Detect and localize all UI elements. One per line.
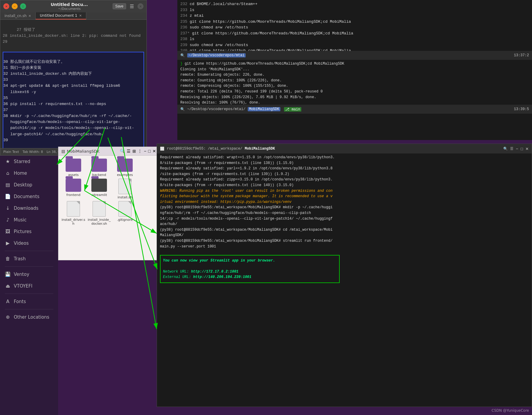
sidebar-label-fonts: Fonts bbox=[14, 299, 26, 304]
gedit-save-button[interactable]: Save bbox=[113, 3, 126, 9]
terminal2b-branch: ⎇ main bbox=[284, 107, 301, 112]
file-item-install-driver[interactable]: install_driver.sh bbox=[61, 201, 85, 226]
gedit-title-center: Untitled Docu... ~/Documents bbox=[28, 2, 110, 11]
other-locations-icon: ⊕ bbox=[5, 314, 11, 320]
gedit-tab-install-close[interactable]: ✕ bbox=[28, 14, 31, 18]
sidebar-item-vtoyefi[interactable]: ⏏ VTOYEFI bbox=[0, 280, 58, 292]
t3-line-mkdir4: ace/hub/ bbox=[160, 221, 529, 227]
terminal1-line-237: 237* git clone https://github.com/MooreT… bbox=[180, 31, 529, 37]
sidebar-item-trash[interactable]: 🗑 Trash bbox=[0, 253, 58, 264]
sidebar-item-home[interactable]: ⌂ Home bbox=[0, 167, 58, 179]
sidebar-separator-1 bbox=[5, 251, 53, 251]
sidebar-separator-2 bbox=[5, 266, 53, 267]
terminal1-line-238: 238 ls bbox=[180, 36, 529, 42]
trash-icon: 🗑 bbox=[5, 256, 11, 262]
terminal1-line-233: 233 ls bbox=[180, 7, 529, 13]
terminal2-time: 13:37:2 bbox=[514, 53, 529, 57]
terminal3-icon: ⬜ bbox=[160, 147, 164, 151]
terminal2-window: 🔍 ~/Desktop/vscoderepos/mtai 13:37:2 } g… bbox=[177, 51, 532, 107]
gedit-tab-width[interactable]: Tab Width: 8 bbox=[22, 150, 43, 154]
sidebar-item-videos[interactable]: ▶ Videos bbox=[0, 237, 58, 249]
file-item-frontend[interactable]: frontend bbox=[61, 179, 85, 199]
file-item-examples[interactable]: examples bbox=[113, 159, 137, 177]
desktop-icon: ▤ bbox=[5, 182, 11, 188]
fonts-icon: A bbox=[5, 299, 11, 304]
terminal2b-path-prefix: ~/Desktop/vscoderepos/mtai/ bbox=[187, 107, 245, 111]
t3-line-warning-2: flicting behaviour with the system packa… bbox=[160, 194, 529, 199]
sidebar-item-desktop[interactable]: ▤ Desktop bbox=[0, 179, 58, 191]
terminal3-menu-btn[interactable]: ☰ bbox=[510, 147, 513, 151]
terminal2-line-counting: remote: Counting objects: 100% (226/226)… bbox=[180, 78, 529, 83]
terminal3-minimize-btn[interactable]: − bbox=[516, 147, 518, 151]
filemanager-window: ▤ MobiMaliangSDK 🔍 ☰ ⊞ ⋮ − □ ✕ assets ba… bbox=[58, 147, 159, 260]
window-maximize-button[interactable]: □ bbox=[20, 3, 26, 9]
sidebar-label-pictures: Pictures bbox=[14, 229, 31, 234]
t3-line-mkdir: (py38) root@88159dcf9e55:/mtai_workspace… bbox=[160, 205, 529, 210]
filemanager-menu-button[interactable]: ⋮ bbox=[138, 149, 142, 153]
filemanager-close-button[interactable]: ✕ bbox=[152, 149, 156, 153]
terminal3-maximize-btn[interactable]: □ bbox=[521, 147, 523, 151]
window-minimize-button[interactable]: − bbox=[12, 3, 18, 9]
gedit-content: 27 报错了 28 install_inside_docker.sh: line… bbox=[0, 20, 146, 148]
filemanager-grid: assets backend examples frontend .stream… bbox=[58, 156, 159, 229]
t3-line-streamlit-success: You can now view your Streamlit app in y… bbox=[160, 255, 340, 283]
filemanager-minimize-button[interactable]: − bbox=[144, 149, 146, 153]
file-item-gitignore[interactable]: .gitignore bbox=[113, 201, 137, 226]
t3-line-mkdir3: 14/;cp -r models/tools/models--openai--c… bbox=[160, 216, 529, 222]
gedit-tab-untitled-label: Untitled Document 1 bbox=[40, 13, 77, 18]
terminal2-line-enum: remote: Enumerating objects: 226, done. bbox=[180, 72, 529, 78]
terminal3-content[interactable]: Requirement already satisfied: wrapt==1.… bbox=[157, 153, 532, 407]
window-close-button[interactable]: ✕ bbox=[3, 3, 9, 9]
file-item-streamlit[interactable]: .streamlit bbox=[87, 179, 111, 199]
t3-line-cd1: (py38) root@88159dcf9e55:/mtai_workspace… bbox=[160, 227, 529, 233]
terminal2-line-total: remote: Total 226 (delta 76), reused 199… bbox=[180, 89, 529, 95]
sidebar-item-music[interactable]: ♪ Music bbox=[0, 214, 58, 226]
sidebar-item-ventoy[interactable]: 💾 Ventoy bbox=[0, 268, 58, 280]
filemanager-grid-button[interactable]: ⊞ bbox=[132, 149, 136, 153]
filemanager-path-icon: ▤ bbox=[61, 149, 65, 153]
terminal2-content[interactable]: } git clone https://github.com/MooreThre… bbox=[177, 60, 532, 107]
sidebar-item-pictures[interactable]: 🖼 Pictures bbox=[0, 226, 58, 237]
terminal3-search-btn[interactable]: 🔍 bbox=[503, 147, 508, 151]
gedit-tabs: install_cn.sh ✕ Untitled Document 1 ✕ bbox=[0, 12, 146, 20]
file-item-install-inside-docker[interactable]: install_inside_docker.sh bbox=[87, 201, 111, 226]
file-item-backend[interactable]: backend bbox=[87, 159, 111, 177]
sidebar-label-trash: Trash bbox=[14, 256, 26, 262]
gedit-tab-untitled[interactable]: Untitled Document 1 ✕ bbox=[36, 12, 86, 19]
file-item-assets[interactable]: assets bbox=[61, 159, 85, 177]
music-icon: ♪ bbox=[5, 217, 11, 223]
watermark: CSDN @YuniqueCore bbox=[492, 408, 529, 413]
vtoyefi-icon: ⏏ bbox=[5, 283, 11, 289]
sidebar-item-downloads[interactable]: ↓ Downloads bbox=[0, 202, 58, 214]
terminal3-close-btn[interactable]: ✕ bbox=[525, 147, 529, 151]
terminal2-line-compressing: remote: Compressing objects: 100% (155/1… bbox=[180, 83, 529, 89]
terminal2b-window: 🔍 ~/Desktop/vscoderepos/mtai/MobiMaliang… bbox=[177, 105, 532, 114]
gedit-language[interactable]: Plain Text bbox=[3, 150, 19, 154]
sidebar-item-starred[interactable]: ★ Starred bbox=[0, 156, 58, 167]
gedit-text-area[interactable]: 27 报错了 28 install_inside_docker.sh: line… bbox=[0, 20, 146, 148]
filemanager-list-button[interactable]: ☰ bbox=[127, 149, 131, 153]
t3-line-4: /site-packages (from -r requirements.txt… bbox=[160, 171, 529, 177]
home-icon: ⌂ bbox=[5, 170, 11, 176]
gedit-tab-install-label: install_cn.sh bbox=[4, 14, 27, 18]
gedit-tab-install[interactable]: install_cn.sh ✕ bbox=[0, 12, 36, 19]
sidebar-label-documents: Documents bbox=[14, 194, 40, 199]
file-item-install-sh[interactable]: install.sh bbox=[113, 179, 137, 199]
videos-icon: ▶ bbox=[5, 240, 11, 246]
terminal2-prompt-line: } git clone https://github.com/MooreThre… bbox=[180, 61, 529, 67]
sidebar-item-documents[interactable]: 📄 Documents bbox=[0, 191, 58, 202]
gedit-tab-untitled-close[interactable]: ✕ bbox=[79, 14, 82, 18]
filemanager-maximize-button[interactable]: □ bbox=[148, 149, 151, 153]
terminal1-line-234: 234 z mtai bbox=[180, 13, 529, 19]
gedit-menu-button[interactable]: ☰ bbox=[129, 3, 135, 10]
terminal2b-time: 13:39:5 bbox=[514, 107, 529, 111]
t3-line-streamlit1: (py38) root@88159dcf9e55:/mtai_workspace… bbox=[160, 238, 529, 244]
sidebar-item-other-locations[interactable]: ⊕ Other Locations bbox=[0, 311, 58, 323]
sidebar-item-fonts[interactable]: A Fonts bbox=[0, 296, 58, 307]
filemanager-search-button[interactable]: 🔍 bbox=[120, 149, 125, 153]
gedit-close-tab-button[interactable]: ✕ bbox=[137, 3, 143, 9]
t3-line-3: Requirement already satisfied: yarl==1.9… bbox=[160, 166, 529, 171]
terminal1-line-239: 239 sudo chmod a+w /etc/hosts bbox=[180, 42, 529, 48]
t3-line-warning-1: WARNING: Running pip as the 'root' user … bbox=[160, 188, 529, 194]
terminal3-path-end: MobiMaliangSDK bbox=[245, 147, 275, 151]
